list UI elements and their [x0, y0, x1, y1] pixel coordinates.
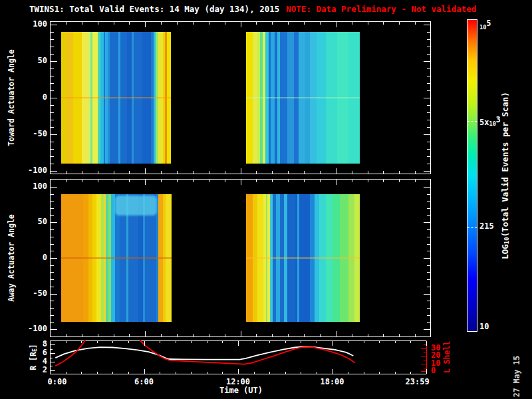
tick-mark — [82, 171, 82, 174]
tick-mark — [285, 341, 286, 343]
tick-mark — [399, 180, 400, 182]
tick-mark — [269, 341, 270, 343]
tick-mark — [51, 134, 57, 135]
colorbar-tick-label: 105 — [479, 19, 491, 32]
tick-mark — [51, 120, 54, 120]
tick-mark — [144, 341, 145, 346]
tick-mark — [241, 180, 241, 185]
tick-mark — [415, 334, 416, 336]
tick-mark — [50, 180, 51, 185]
x-tick-label: 18:00 — [313, 378, 352, 386]
tick-mark — [320, 334, 321, 336]
tick-mark — [427, 76, 430, 76]
tick-mark — [424, 25, 430, 25]
tick-mark — [320, 180, 321, 182]
tick-mark — [427, 47, 430, 47]
tick-mark — [145, 331, 146, 336]
tick-mark — [51, 112, 54, 113]
tick-mark — [352, 180, 352, 182]
tick-mark — [427, 120, 430, 120]
tick-mark — [410, 341, 411, 343]
tick-mark — [193, 171, 194, 174]
tick-mark — [427, 308, 430, 309]
tick-mark — [348, 341, 348, 343]
tick-mark — [285, 372, 286, 374]
tick-mark — [427, 301, 430, 301]
toward-axis-label: Toward Actuator Angle — [7, 49, 16, 146]
tick-mark — [51, 156, 54, 157]
tick-mark — [383, 171, 384, 174]
tick-mark — [424, 360, 426, 360]
tick-mark — [320, 171, 321, 174]
tick-mark — [128, 372, 129, 374]
tick-mark — [176, 341, 176, 343]
tick-mark — [112, 341, 113, 343]
tick-mark — [98, 180, 98, 182]
tick-mark — [66, 372, 66, 374]
tick-mark — [51, 366, 53, 366]
tick-mark — [424, 294, 430, 295]
tick-mark — [336, 22, 336, 27]
twins-plot-screen: TWINS1: Total Valid Events: 14 May (day … — [0, 0, 532, 399]
tick-mark — [51, 229, 54, 230]
tick-mark — [51, 47, 54, 47]
tick-mark — [66, 171, 66, 174]
tick-mark — [51, 322, 54, 323]
colorbar-tick-label: 10 — [479, 323, 489, 331]
tick-mark — [427, 149, 430, 150]
tick-mark — [51, 149, 54, 150]
tick-mark — [288, 334, 289, 336]
x-tick-label: 12:00 — [218, 378, 258, 386]
tick-mark — [383, 22, 384, 25]
tick-mark — [51, 344, 55, 345]
lshell-curve — [55, 340, 85, 366]
tick-mark — [427, 315, 430, 316]
tick-mark — [395, 372, 396, 374]
tick-mark — [51, 90, 54, 91]
tick-mark — [410, 372, 411, 374]
tick-mark — [272, 22, 273, 25]
tick-mark — [51, 194, 54, 195]
tick-mark — [144, 369, 145, 374]
tick-mark — [424, 368, 426, 368]
tick-mark — [424, 98, 430, 98]
small-text: 10 — [503, 237, 510, 244]
tick-mark — [177, 334, 178, 336]
tick-mark — [114, 180, 114, 182]
tick-mark — [421, 356, 426, 356]
tick-mark — [256, 334, 257, 336]
tick-mark — [288, 171, 289, 174]
tick-mark — [51, 251, 54, 251]
y-tick-label-angle: 50 — [21, 57, 47, 65]
tick-mark — [82, 22, 82, 25]
tick-mark — [421, 364, 426, 364]
tick-mark — [379, 372, 380, 374]
y-tick-label-angle: 0 — [21, 253, 47, 262]
tick-mark — [427, 229, 430, 230]
away-axis-label: Away Actuator Angle — [7, 214, 16, 302]
heatmap-feature-patch — [115, 196, 157, 215]
tick-mark — [114, 171, 114, 174]
tick-mark — [207, 372, 207, 374]
tick-mark — [336, 168, 336, 174]
tick-mark — [128, 341, 129, 343]
y-tick-label-lshell: 0 — [431, 366, 448, 375]
tick-mark — [51, 353, 55, 354]
tick-mark — [272, 180, 273, 182]
tick-mark — [129, 171, 130, 174]
tick-mark — [51, 98, 57, 98]
tick-mark — [160, 372, 160, 374]
tick-mark — [269, 372, 270, 374]
colorbar-tick-label: 215 — [479, 222, 494, 231]
tick-mark — [424, 352, 426, 352]
tick-mark — [399, 171, 400, 174]
tick-mark — [427, 32, 430, 33]
tick-mark — [317, 372, 317, 374]
tick-mark — [399, 334, 400, 336]
tick-mark — [114, 334, 114, 336]
tick-mark — [51, 265, 54, 266]
tick-mark — [51, 142, 54, 142]
text-run: 215 — [479, 221, 494, 231]
tick-mark — [66, 180, 66, 182]
y-tick-label-angle: -50 — [21, 289, 47, 298]
